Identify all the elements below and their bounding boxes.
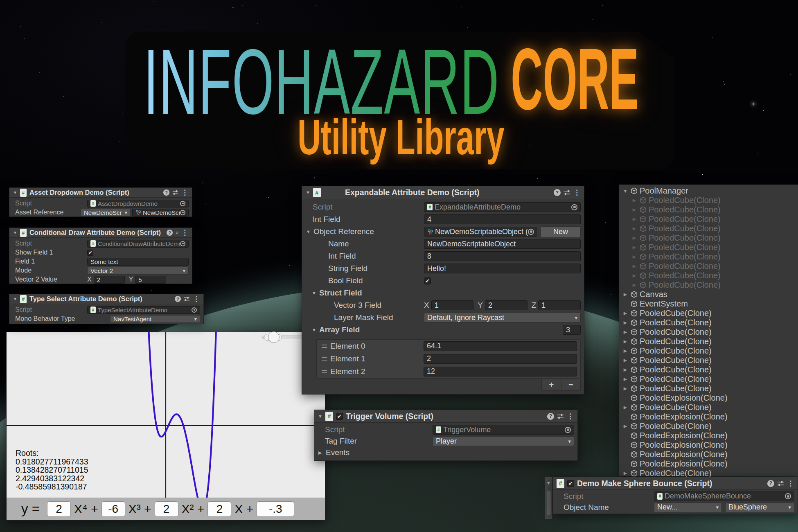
component-enabled-checkbox[interactable]: ✔ — [336, 413, 343, 420]
hierarchy-item[interactable]: ▶PooledCube(Clone) — [619, 214, 798, 224]
layer-mask-dropdown[interactable]: Default, Ignore Raycast ▾ — [424, 313, 581, 322]
foldout-icon[interactable]: ▼ — [318, 414, 322, 419]
field-1-input[interactable]: Some text — [87, 258, 189, 266]
foldout-icon[interactable]: ▶ — [622, 386, 628, 391]
script-object-field[interactable]: # TypeSelectAttributeDemo — [87, 306, 200, 314]
hierarchy-item[interactable]: ▶PooledCube(Clone) — [619, 422, 798, 431]
coefficient-input[interactable]: 2 — [47, 501, 71, 517]
foldout-icon[interactable]: ▶ — [318, 451, 326, 455]
trigger-volume-header[interactable]: ▼ # ✔ Trigger Volume (Script) ? ⋮ — [314, 410, 577, 423]
hierarchy-item[interactable]: PooledExplosion(Clone) — [619, 412, 798, 422]
foldout-icon[interactable]: ▶ — [631, 226, 637, 231]
foldout-icon[interactable]: ▼ — [312, 328, 319, 332]
foldout-icon[interactable]: ▶ — [622, 358, 628, 363]
foldout-icon[interactable]: ▶ — [622, 339, 628, 344]
hierarchy-item[interactable]: ▶PooledCube(Clone) — [619, 403, 798, 412]
string-field-input[interactable]: Hello! — [424, 264, 581, 273]
kebab-menu-icon[interactable]: ⋮ — [787, 480, 794, 487]
help-icon[interactable]: ? — [767, 480, 774, 487]
hierarchy-item[interactable]: PooledExplosion(Clone) — [619, 459, 798, 469]
plot-slider-handle[interactable] — [268, 331, 280, 343]
presets-icon[interactable] — [184, 296, 190, 302]
hierarchy-item[interactable]: ▶PooledCube(Clone) — [619, 384, 798, 393]
new-button[interactable]: New — [541, 226, 581, 237]
presets-icon[interactable] — [777, 480, 784, 487]
help-icon[interactable]: ? — [175, 296, 181, 302]
script-object-field[interactable]: # ExpandableAttributeDemo — [424, 202, 581, 212]
foldout-icon[interactable]: ▼ — [622, 189, 628, 194]
hierarchy-item[interactable]: ▶PooledCube(Clone) — [619, 252, 798, 261]
object-picker-icon[interactable] — [565, 427, 571, 433]
hierarchy-item[interactable]: ▶PooledCube(Clone) — [619, 280, 798, 290]
foldout-icon[interactable]: ▶ — [631, 198, 637, 203]
hierarchy-item[interactable]: ▶PooledCube(Clone) — [619, 327, 798, 337]
foldout-icon[interactable]: ▼ — [13, 231, 17, 235]
foldout-icon[interactable]: ▶ — [631, 264, 637, 269]
object-picker-icon[interactable] — [180, 201, 185, 206]
drag-handle-icon[interactable] — [322, 370, 327, 373]
presets-icon[interactable] — [557, 413, 564, 419]
foldout-icon[interactable]: ▶ — [622, 311, 628, 316]
object-name-dropdown[interactable]: BlueSphere ▾ — [725, 503, 794, 512]
element-0-input[interactable]: 64.1 — [424, 341, 577, 351]
vector3-z-input[interactable]: 1 — [538, 300, 581, 310]
object-picker-icon[interactable] — [192, 307, 197, 313]
drag-handle-icon[interactable] — [322, 357, 327, 361]
make-sphere-bounce-header[interactable]: # ✔ Demo Make Sphere Bounce (Script) ? ⋮ — [553, 477, 798, 490]
help-icon[interactable]: ? — [547, 413, 554, 420]
kebab-menu-icon[interactable]: ⋮ — [573, 189, 580, 196]
scrollbar-thumb[interactable] — [547, 491, 551, 515]
int-field-input[interactable]: 4 — [424, 214, 581, 224]
object-picker-icon[interactable] — [180, 210, 185, 215]
hierarchy-item[interactable]: ▶PooledCube(Clone) — [619, 309, 798, 318]
hierarchy-item[interactable]: ▼PoolManager — [619, 186, 798, 196]
coefficient-input[interactable]: 2 — [207, 501, 231, 517]
asset-dropdown[interactable]: NewDemoScriptab ▾ — [81, 209, 131, 216]
tag-filter-dropdown[interactable]: Player ▾ — [433, 436, 574, 446]
kebab-menu-icon[interactable]: ⋮ — [193, 295, 200, 302]
hierarchy-item[interactable]: ▶PooledCube(Clone) — [619, 346, 798, 356]
coefficient-input[interactable]: -.3 — [257, 501, 294, 517]
hierarchy-item[interactable]: PooledExplosion(Clone) — [619, 393, 798, 403]
foldout-icon[interactable]: ▼ — [306, 230, 313, 234]
foldout-icon[interactable]: ▶ — [622, 376, 628, 382]
presets-icon[interactable] — [564, 189, 570, 196]
hierarchy-item[interactable]: PooledExplosion(Clone) — [619, 450, 798, 459]
inspector-scrollbar-gutter[interactable]: ▼ — [545, 477, 552, 519]
foldout-icon[interactable]: ▼ — [13, 191, 17, 195]
hierarchy-item[interactable]: PooledExplosion(Clone) — [619, 431, 798, 440]
script-object-field[interactable]: # ConditionalDrawAttributeDemo — [87, 240, 189, 248]
coefficient-input[interactable]: 2 — [155, 501, 178, 517]
help-icon[interactable]: ? — [167, 230, 173, 236]
array-add-button[interactable]: + — [542, 379, 561, 390]
coefficient-input[interactable]: -6 — [101, 501, 125, 517]
expandable-header[interactable]: ▼ # Expandable Attribute Demo (Script) ?… — [302, 186, 584, 199]
script-object-field[interactable]: # TriggerVolume — [433, 425, 574, 435]
vector2-x-input[interactable]: 2 — [94, 276, 125, 284]
object-picker-icon[interactable] — [785, 493, 791, 499]
object-reference-field[interactable]: NewDemoScriptableObject (D — [424, 227, 537, 237]
component-enabled-checkbox[interactable]: ✔ — [567, 480, 574, 487]
kebab-menu-icon[interactable]: ⋮ — [181, 229, 188, 236]
foldout-icon[interactable]: ▶ — [622, 329, 628, 335]
array-remove-button[interactable]: − — [561, 379, 581, 390]
foldout-icon[interactable]: ▶ — [631, 254, 637, 259]
foldout-icon[interactable]: ▶ — [622, 471, 628, 476]
foldout-icon[interactable]: ▶ — [631, 216, 637, 222]
object-picker-icon[interactable] — [571, 204, 577, 210]
hierarchy-item[interactable]: ▶PooledCube(Clone) — [619, 337, 798, 346]
kebab-menu-icon[interactable]: ⋮ — [567, 413, 574, 420]
bool-field-checkbox[interactable]: ✔ — [424, 277, 431, 284]
script-object-field[interactable]: # AssetDropdownDemo — [87, 200, 189, 207]
mode-dropdown[interactable]: Vector 2 ▾ — [87, 267, 189, 275]
asset-dropdown-demo-header[interactable]: ▼ # Asset Dropdown Demo (Script) ? ⋮ — [9, 188, 192, 198]
hierarchy-item[interactable]: ▶PooledCube(Clone) — [619, 318, 798, 327]
mono-behavior-type-dropdown[interactable]: NavTestAgent ▾ — [110, 315, 200, 323]
hierarchy-item[interactable]: EventSystem — [619, 299, 798, 309]
presets-icon[interactable] — [172, 190, 178, 195]
vector3-x-input[interactable]: 1 — [431, 300, 474, 310]
foldout-icon[interactable]: ▼ — [312, 291, 319, 295]
events-row[interactable]: ▶ Events — [314, 447, 577, 458]
conditional-draw-header[interactable]: ▼ # Conditional Draw Attribute Demo (Scr… — [9, 228, 192, 238]
foldout-icon[interactable]: ▶ — [631, 245, 637, 250]
